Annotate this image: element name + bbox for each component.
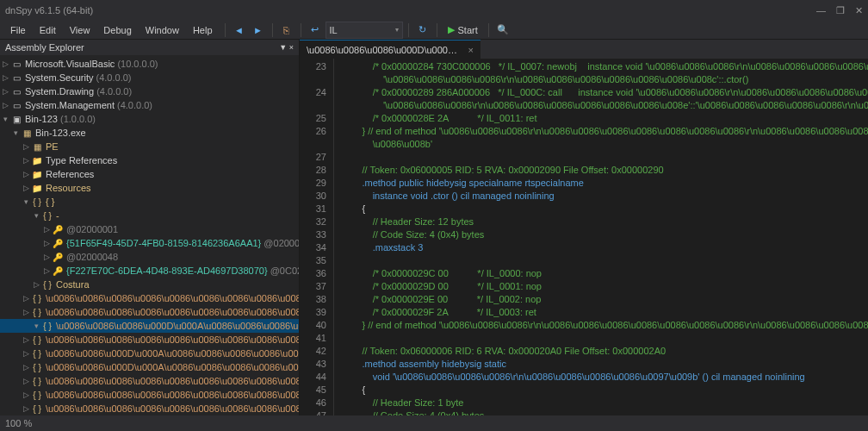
- tree-row[interactable]: ▷▦PE: [0, 140, 299, 153]
- namespace-icon: { }: [31, 389, 43, 401]
- tree-row[interactable]: ▷▭System.Security (4.0.0.0): [0, 71, 299, 84]
- code-line: /* 0x0000029D 00 */ IL_0001: nop: [341, 280, 868, 293]
- code-line: instance void .ctor () cil managed noinl…: [341, 190, 868, 203]
- tree-row[interactable]: ▾{ }\u0086\u0086\u0086\u000D\u000A\u0086…: [0, 319, 299, 333]
- tree-row[interactable]: ▷🔑{51F65F49-45D7-4FB0-8159-8146236A6AA1}…: [0, 236, 299, 250]
- tree[interactable]: ▷▭Microsoft.VisualBasic (10.0.0.0)▷▭Syst…: [0, 55, 299, 415]
- code-line: // Code Size: 4 (0x4) bytes: [341, 228, 868, 241]
- pe-icon: ▦: [31, 141, 43, 153]
- key-icon: 🔑: [52, 237, 64, 249]
- folder-icon: 📁: [31, 182, 43, 194]
- dropdown-icon[interactable]: ▼ ×: [279, 43, 294, 52]
- forward-icon[interactable]: ►: [250, 22, 267, 39]
- menu-window[interactable]: Window: [139, 23, 186, 37]
- folder-icon: 📁: [31, 154, 43, 166]
- close-icon[interactable]: ✕: [855, 5, 863, 16]
- namespace-icon: { }: [31, 375, 43, 387]
- tree-row[interactable]: ▷{ }\u0086\u0086\u0086\u0086\u0086\u0086…: [0, 402, 299, 415]
- reload-icon[interactable]: ↻: [414, 22, 431, 39]
- tree-row[interactable]: ▷{ }Costura: [0, 278, 299, 291]
- statusbar: 100 %: [0, 415, 868, 431]
- assembly-ref-icon: ▭: [10, 58, 22, 70]
- tree-row[interactable]: ▷{ }\u0086\u0086\u0086\u0086\u0086\u0086…: [0, 291, 299, 305]
- chevron-down-icon: ▾: [395, 26, 399, 34]
- new-tab-icon[interactable]: ⎘: [278, 22, 295, 39]
- separator: [272, 23, 273, 37]
- namespace-icon: { }: [31, 361, 43, 373]
- tree-row[interactable]: ▷🔑{F227E70C-6DEA-4D48-893E-AD4697D38070}…: [0, 264, 299, 278]
- assembly-explorer: Assembly Explorer ▼ × ▷▭Microsoft.Visual…: [0, 40, 300, 415]
- code-line: } // end of method '\u0086\u0086\u0086\r…: [341, 125, 868, 138]
- tab-bar: \u0086\u0086\u0086\u000D\u000A\u00... ×: [300, 40, 868, 59]
- tree-row[interactable]: ▷▭Microsoft.VisualBasic (10.0.0.0): [0, 57, 299, 71]
- panel-title: Assembly Explorer ▼ ×: [0, 40, 299, 55]
- assembly-ref-icon: ▭: [10, 85, 22, 97]
- code-line: '\u0086\u0086\u0086\u0086\r\n\u0086\u008…: [341, 73, 868, 86]
- tree-row[interactable]: ▷🔑 @02000048: [0, 250, 299, 264]
- code-line: .method assembly hidebysig static: [341, 358, 868, 371]
- tree-row[interactable]: ▷{ }\u0086\u0086\u0086\u0086\u0086\u0086…: [0, 388, 299, 402]
- code-line: .maxstack 3: [341, 241, 868, 254]
- assembly-ref-icon: ▭: [10, 72, 22, 84]
- tree-row[interactable]: ▷🔑 @02000001: [0, 222, 299, 236]
- window-title: dnSpy v6.1.5 (64-bit): [5, 5, 93, 16]
- assembly-icon: ▣: [10, 113, 22, 125]
- tree-row[interactable]: ▾{ }-: [0, 209, 299, 222]
- separator: [488, 23, 489, 37]
- code-line: /* 0x0000029E 00 */ IL_0002: nop: [341, 293, 868, 306]
- tab-active[interactable]: \u0086\u0086\u0086\u000D\u000A\u00... ×: [300, 40, 480, 59]
- tree-row[interactable]: ▷{ }\u0086\u0086\u0086\u0086\u0086\u0086…: [0, 333, 299, 347]
- menu-view[interactable]: View: [63, 23, 97, 37]
- start-button[interactable]: ▶ Start: [443, 24, 483, 35]
- tab-close-icon[interactable]: ×: [468, 45, 474, 55]
- minimize-icon[interactable]: —: [816, 5, 826, 16]
- code-line: [341, 254, 868, 267]
- tree-row[interactable]: ▷▭System.Management (4.0.0.0): [0, 98, 299, 112]
- back-icon[interactable]: ◄: [231, 22, 248, 39]
- tree-row[interactable]: ▷📁References: [0, 167, 299, 181]
- namespace-icon: { }: [41, 209, 53, 222]
- namespace-icon: { }: [31, 306, 43, 318]
- menu-help[interactable]: Help: [186, 23, 220, 37]
- code-line: .method public hidebysig specialname rts…: [341, 177, 868, 190]
- key-icon: 🔑: [52, 223, 64, 235]
- tree-row[interactable]: ▾{ }{ }: [0, 195, 299, 209]
- separator: [225, 23, 226, 37]
- menu-file[interactable]: File: [3, 23, 33, 37]
- tree-row[interactable]: ▷📁Type References: [0, 153, 299, 167]
- lang-dropdown[interactable]: IL ▾: [326, 22, 403, 39]
- tree-row[interactable]: ▷{ }\u0086\u0086\u0086\u0086\u0086\u0086…: [0, 374, 299, 388]
- zoom-level[interactable]: 100 %: [5, 418, 32, 428]
- code-line: /* 0x00000289 286A000006 */ IL_000C: cal…: [341, 86, 868, 99]
- maximize-icon[interactable]: ❐: [836, 5, 845, 16]
- tree-row[interactable]: ▷▭System.Drawing (4.0.0.0): [0, 84, 299, 98]
- search-icon[interactable]: 🔍: [494, 22, 512, 39]
- code-line: '\u0086\u0086\u0086\r\n\u0086\u0086\u008…: [341, 99, 868, 112]
- pe-icon: ▦: [21, 127, 33, 139]
- editor: \u0086\u0086\u0086\u000D\u000A\u00... × …: [300, 40, 868, 415]
- tree-row[interactable]: ▷{ }\u0086\u0086\u000D\u000A\u0086\u0086…: [0, 347, 299, 360]
- code-area[interactable]: /* 0x00000284 730C000006 */ IL_0007: new…: [334, 59, 868, 415]
- folder-icon: 📁: [31, 168, 43, 180]
- tree-row[interactable]: ▾▣Bin-123 (1.0.0.0): [0, 112, 299, 126]
- wrap-icon[interactable]: ↩: [307, 22, 324, 39]
- code-line: /* 0x00000284 730C000006 */ IL_0007: new…: [341, 60, 868, 73]
- tree-row[interactable]: ▷{ }\u0086\u0086\u000D\u000A\u0086\u0086…: [0, 360, 299, 374]
- code-line: // Token: 0x06000005 RID: 5 RVA: 0x00002…: [341, 164, 868, 177]
- namespace-icon: { }: [31, 334, 43, 346]
- tree-row[interactable]: ▾▦Bin-123.exe: [0, 126, 299, 140]
- tree-row[interactable]: ▷{ }\u0086\u0086\u0086\u0086\u0086\u0086…: [0, 305, 299, 319]
- code-line: [341, 151, 868, 164]
- menu-debug[interactable]: Debug: [96, 23, 138, 37]
- namespace-icon: { }: [41, 320, 53, 332]
- key-icon: 🔑: [52, 265, 64, 277]
- menu-edit[interactable]: Edit: [33, 23, 63, 37]
- code-line: // Header Size: 12 bytes: [341, 216, 868, 228]
- play-icon: ▶: [448, 24, 455, 35]
- code-line: // Code Size: 4 (0x4) bytes: [341, 409, 868, 415]
- tree-row[interactable]: ▷📁Resources: [0, 181, 299, 195]
- key-icon: 🔑: [52, 251, 64, 263]
- separator: [408, 23, 409, 37]
- separator: [301, 23, 301, 37]
- namespace-icon: { }: [41, 278, 53, 290]
